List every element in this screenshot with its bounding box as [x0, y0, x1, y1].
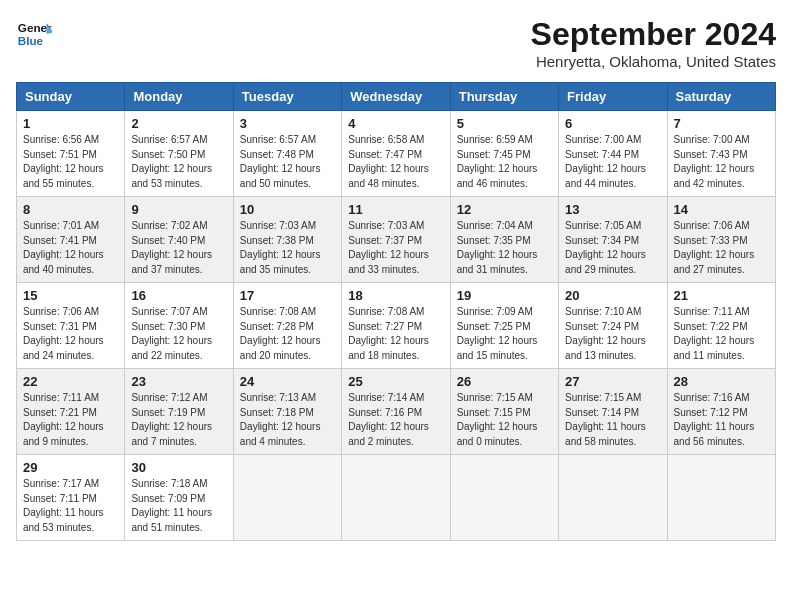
logo-icon: General Blue [16, 16, 52, 52]
day-info: Sunrise: 7:00 AM Sunset: 7:43 PM Dayligh… [674, 133, 769, 191]
calendar-header-row: SundayMondayTuesdayWednesdayThursdayFrid… [17, 83, 776, 111]
day-number: 19 [457, 288, 552, 303]
calendar-day-cell: 25Sunrise: 7:14 AM Sunset: 7:16 PM Dayli… [342, 369, 450, 455]
weekday-header: Monday [125, 83, 233, 111]
day-number: 25 [348, 374, 443, 389]
calendar-week-row: 8Sunrise: 7:01 AM Sunset: 7:41 PM Daylig… [17, 197, 776, 283]
calendar-day-cell: 22Sunrise: 7:11 AM Sunset: 7:21 PM Dayli… [17, 369, 125, 455]
day-info: Sunrise: 7:06 AM Sunset: 7:33 PM Dayligh… [674, 219, 769, 277]
day-number: 22 [23, 374, 118, 389]
day-info: Sunrise: 7:14 AM Sunset: 7:16 PM Dayligh… [348, 391, 443, 449]
day-number: 5 [457, 116, 552, 131]
svg-text:Blue: Blue [18, 34, 44, 47]
calendar-day-cell: 2Sunrise: 6:57 AM Sunset: 7:50 PM Daylig… [125, 111, 233, 197]
day-info: Sunrise: 7:13 AM Sunset: 7:18 PM Dayligh… [240, 391, 335, 449]
calendar-week-row: 29Sunrise: 7:17 AM Sunset: 7:11 PM Dayli… [17, 455, 776, 541]
calendar-day-cell: 29Sunrise: 7:17 AM Sunset: 7:11 PM Dayli… [17, 455, 125, 541]
calendar-day-cell: 24Sunrise: 7:13 AM Sunset: 7:18 PM Dayli… [233, 369, 341, 455]
day-info: Sunrise: 6:57 AM Sunset: 7:50 PM Dayligh… [131, 133, 226, 191]
day-number: 7 [674, 116, 769, 131]
calendar-day-cell: 30Sunrise: 7:18 AM Sunset: 7:09 PM Dayli… [125, 455, 233, 541]
day-number: 18 [348, 288, 443, 303]
day-number: 14 [674, 202, 769, 217]
day-info: Sunrise: 7:04 AM Sunset: 7:35 PM Dayligh… [457, 219, 552, 277]
day-number: 24 [240, 374, 335, 389]
page-header: General Blue September 2024 Henryetta, O… [16, 16, 776, 70]
weekday-header: Sunday [17, 83, 125, 111]
day-number: 16 [131, 288, 226, 303]
calendar-day-cell [667, 455, 775, 541]
day-info: Sunrise: 7:11 AM Sunset: 7:21 PM Dayligh… [23, 391, 118, 449]
day-info: Sunrise: 7:15 AM Sunset: 7:14 PM Dayligh… [565, 391, 660, 449]
day-number: 27 [565, 374, 660, 389]
day-number: 3 [240, 116, 335, 131]
calendar-day-cell: 13Sunrise: 7:05 AM Sunset: 7:34 PM Dayli… [559, 197, 667, 283]
calendar-day-cell: 27Sunrise: 7:15 AM Sunset: 7:14 PM Dayli… [559, 369, 667, 455]
day-number: 17 [240, 288, 335, 303]
location-title: Henryetta, Oklahoma, United States [531, 53, 776, 70]
calendar-day-cell: 7Sunrise: 7:00 AM Sunset: 7:43 PM Daylig… [667, 111, 775, 197]
calendar-day-cell: 19Sunrise: 7:09 AM Sunset: 7:25 PM Dayli… [450, 283, 558, 369]
day-number: 11 [348, 202, 443, 217]
calendar-day-cell: 3Sunrise: 6:57 AM Sunset: 7:48 PM Daylig… [233, 111, 341, 197]
calendar-day-cell: 1Sunrise: 6:56 AM Sunset: 7:51 PM Daylig… [17, 111, 125, 197]
calendar-week-row: 22Sunrise: 7:11 AM Sunset: 7:21 PM Dayli… [17, 369, 776, 455]
calendar-day-cell: 21Sunrise: 7:11 AM Sunset: 7:22 PM Dayli… [667, 283, 775, 369]
day-info: Sunrise: 6:58 AM Sunset: 7:47 PM Dayligh… [348, 133, 443, 191]
day-info: Sunrise: 7:03 AM Sunset: 7:37 PM Dayligh… [348, 219, 443, 277]
day-info: Sunrise: 7:01 AM Sunset: 7:41 PM Dayligh… [23, 219, 118, 277]
calendar-day-cell: 28Sunrise: 7:16 AM Sunset: 7:12 PM Dayli… [667, 369, 775, 455]
day-info: Sunrise: 7:05 AM Sunset: 7:34 PM Dayligh… [565, 219, 660, 277]
day-number: 2 [131, 116, 226, 131]
calendar-day-cell: 23Sunrise: 7:12 AM Sunset: 7:19 PM Dayli… [125, 369, 233, 455]
day-info: Sunrise: 7:03 AM Sunset: 7:38 PM Dayligh… [240, 219, 335, 277]
day-number: 9 [131, 202, 226, 217]
day-number: 4 [348, 116, 443, 131]
calendar-day-cell: 15Sunrise: 7:06 AM Sunset: 7:31 PM Dayli… [17, 283, 125, 369]
calendar-day-cell [450, 455, 558, 541]
day-number: 6 [565, 116, 660, 131]
day-info: Sunrise: 7:08 AM Sunset: 7:27 PM Dayligh… [348, 305, 443, 363]
calendar-day-cell: 5Sunrise: 6:59 AM Sunset: 7:45 PM Daylig… [450, 111, 558, 197]
calendar-day-cell [559, 455, 667, 541]
calendar-day-cell: 9Sunrise: 7:02 AM Sunset: 7:40 PM Daylig… [125, 197, 233, 283]
calendar-day-cell: 12Sunrise: 7:04 AM Sunset: 7:35 PM Dayli… [450, 197, 558, 283]
calendar-day-cell: 6Sunrise: 7:00 AM Sunset: 7:44 PM Daylig… [559, 111, 667, 197]
day-info: Sunrise: 7:18 AM Sunset: 7:09 PM Dayligh… [131, 477, 226, 535]
logo: General Blue [16, 16, 52, 52]
calendar-week-row: 15Sunrise: 7:06 AM Sunset: 7:31 PM Dayli… [17, 283, 776, 369]
day-info: Sunrise: 6:57 AM Sunset: 7:48 PM Dayligh… [240, 133, 335, 191]
day-info: Sunrise: 7:16 AM Sunset: 7:12 PM Dayligh… [674, 391, 769, 449]
month-title: September 2024 [531, 16, 776, 53]
calendar-day-cell: 18Sunrise: 7:08 AM Sunset: 7:27 PM Dayli… [342, 283, 450, 369]
day-number: 10 [240, 202, 335, 217]
day-number: 13 [565, 202, 660, 217]
calendar-day-cell: 26Sunrise: 7:15 AM Sunset: 7:15 PM Dayli… [450, 369, 558, 455]
day-number: 12 [457, 202, 552, 217]
day-number: 26 [457, 374, 552, 389]
day-number: 28 [674, 374, 769, 389]
weekday-header: Thursday [450, 83, 558, 111]
day-number: 29 [23, 460, 118, 475]
day-info: Sunrise: 7:12 AM Sunset: 7:19 PM Dayligh… [131, 391, 226, 449]
weekday-header: Friday [559, 83, 667, 111]
title-block: September 2024 Henryetta, Oklahoma, Unit… [531, 16, 776, 70]
day-number: 23 [131, 374, 226, 389]
day-number: 1 [23, 116, 118, 131]
calendar-day-cell: 14Sunrise: 7:06 AM Sunset: 7:33 PM Dayli… [667, 197, 775, 283]
calendar-day-cell: 17Sunrise: 7:08 AM Sunset: 7:28 PM Dayli… [233, 283, 341, 369]
day-info: Sunrise: 7:07 AM Sunset: 7:30 PM Dayligh… [131, 305, 226, 363]
day-info: Sunrise: 7:15 AM Sunset: 7:15 PM Dayligh… [457, 391, 552, 449]
calendar-day-cell: 11Sunrise: 7:03 AM Sunset: 7:37 PM Dayli… [342, 197, 450, 283]
day-info: Sunrise: 7:10 AM Sunset: 7:24 PM Dayligh… [565, 305, 660, 363]
day-info: Sunrise: 7:09 AM Sunset: 7:25 PM Dayligh… [457, 305, 552, 363]
day-number: 21 [674, 288, 769, 303]
day-info: Sunrise: 7:00 AM Sunset: 7:44 PM Dayligh… [565, 133, 660, 191]
calendar-day-cell: 8Sunrise: 7:01 AM Sunset: 7:41 PM Daylig… [17, 197, 125, 283]
day-info: Sunrise: 7:11 AM Sunset: 7:22 PM Dayligh… [674, 305, 769, 363]
day-info: Sunrise: 7:08 AM Sunset: 7:28 PM Dayligh… [240, 305, 335, 363]
day-info: Sunrise: 7:17 AM Sunset: 7:11 PM Dayligh… [23, 477, 118, 535]
calendar-day-cell: 4Sunrise: 6:58 AM Sunset: 7:47 PM Daylig… [342, 111, 450, 197]
day-number: 15 [23, 288, 118, 303]
calendar-day-cell: 16Sunrise: 7:07 AM Sunset: 7:30 PM Dayli… [125, 283, 233, 369]
